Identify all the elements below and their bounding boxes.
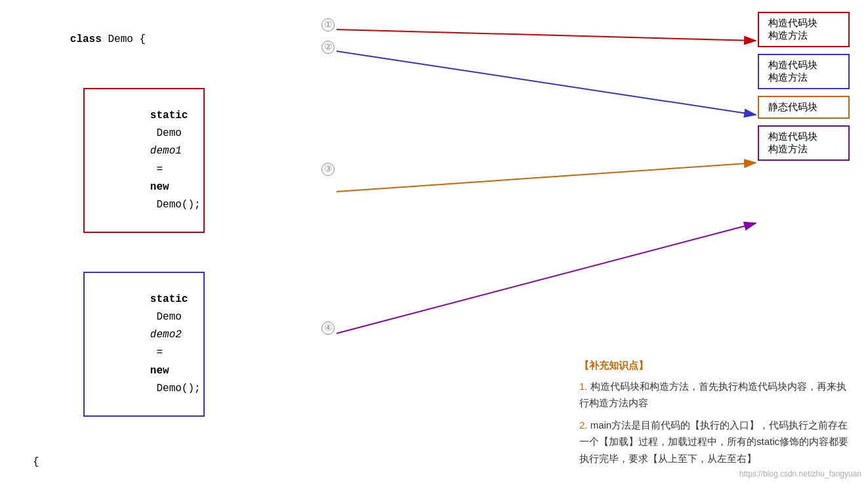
blank-1 — [20, 435, 407, 453]
anno-box-2-blue: 构造代码块 构造方法 — [758, 54, 850, 89]
desc-item-1: 1. 构造代码块和构造方法，首先执行构造代码块内容，再来执行构造方法内容 — [579, 378, 855, 411]
kw-new-1: new — [150, 181, 169, 193]
main-container: class Demo { static Demo demo1 = new Dem… — [0, 0, 868, 485]
desc-item2-text: main方法是目前代码的【执行的入口】，代码执行之前存在一个【加载】过程，加载过… — [579, 419, 848, 464]
kw-static-1: static — [150, 110, 188, 121]
line-class-open: class Demo { — [20, 13, 407, 67]
line-brace-open1: { — [33, 453, 407, 471]
box-blue-demo2: static Demo demo2 = new Demo(); — [83, 272, 205, 417]
keyword-class: class — [70, 33, 102, 45]
anno-box2-line1: 构造代码块 — [768, 59, 839, 72]
anno-box-1-red: 构造代码块 构造方法 — [758, 12, 850, 47]
code-block: class Demo { static Demo demo1 = new Dem… — [20, 13, 407, 485]
circle-2: ② — [321, 41, 335, 54]
demo-call-2: Demo(); — [150, 383, 201, 394]
assign-1: = — [150, 163, 169, 175]
type-demo-2: Demo — [150, 311, 188, 323]
assign-2: = — [150, 347, 169, 358]
type-demo-1: Demo — [150, 127, 188, 139]
desc-title: 【补充知识点】 — [579, 357, 855, 374]
anno-box-3-orange: 静态代码块 — [758, 96, 850, 119]
line-demo1: static Demo demo1 = new Demo(); — [33, 70, 407, 252]
circle-4: ④ — [321, 322, 335, 335]
var-demo1: demo1 — [150, 145, 182, 157]
line-demo2: static Demo demo2 = new Demo(); — [33, 253, 407, 435]
watermark: https://blog.csdn.net/zhu_fangyuan — [739, 469, 861, 478]
anno-box1-line1: 构造代码块 — [768, 17, 839, 30]
anno-box4-line1: 构造代码块 — [768, 131, 839, 143]
desc-item-2: 2. main方法是目前代码的【执行的入口】，代码执行之前存在一个【加载】过程，… — [579, 417, 855, 467]
line-println1: System.out.println("构造代码块"); — [46, 471, 407, 485]
box-red-demo1: static Demo demo1 = new Demo(); — [83, 88, 205, 234]
anno-box1-line2: 构造方法 — [768, 30, 839, 42]
anno-box4-line2: 构造方法 — [768, 143, 839, 156]
kw-static-2: static — [150, 293, 188, 305]
anno-box3-line1: 静态代码块 — [768, 101, 839, 114]
demo-call-1: Demo(); — [150, 199, 201, 211]
anno-box2-line2: 构造方法 — [768, 72, 839, 84]
annotation-boxes: 构造代码块 构造方法 构造代码块 构造方法 静态代码块 构造代码块 构造方法 — [758, 12, 850, 161]
code-panel: class Demo { static Demo demo1 = new Dem… — [0, 0, 420, 485]
desc-item1-text: 构造代码块和构造方法，首先执行构造代码块内容，再来执行构造方法内容 — [579, 381, 846, 409]
desc-item2-num: 2. — [579, 419, 588, 431]
var-demo2: demo2 — [150, 329, 182, 341]
right-panel: 构造代码块 构造方法 构造代码块 构造方法 静态代码块 构造代码块 构造方法 【… — [420, 0, 868, 485]
desc-item1-num: 1. — [579, 381, 588, 392]
description-area: 【补充知识点】 1. 构造代码块和构造方法，首先执行构造代码块内容，再来执行构造… — [579, 357, 855, 472]
kw-new-2: new — [150, 365, 169, 377]
circle-1: ① — [321, 18, 335, 32]
anno-box-4-purple: 构造代码块 构造方法 — [758, 125, 850, 161]
circle-3: ③ — [321, 163, 335, 176]
